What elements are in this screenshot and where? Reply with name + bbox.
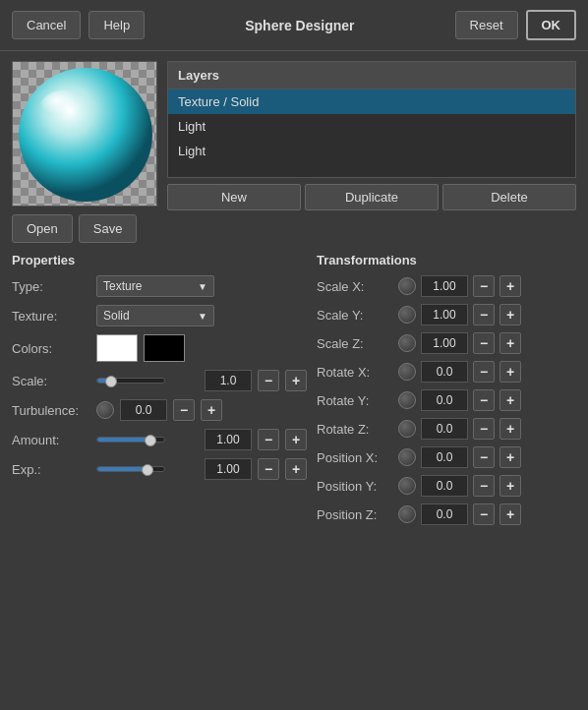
rotate-z-label: Rotate Z: — [317, 422, 393, 437]
rotate-z-input[interactable] — [421, 418, 468, 440]
save-button[interactable]: Save — [79, 214, 138, 243]
amount-slider-thumb[interactable] — [145, 435, 156, 446]
rotate-y-input[interactable] — [421, 389, 468, 411]
rotate-x-dial[interactable] — [398, 363, 416, 381]
position-y-label: Position Y: — [317, 479, 393, 494]
position-z-input[interactable] — [421, 503, 468, 525]
amount-slider-fill — [97, 438, 150, 442]
scale-x-dial[interactable] — [398, 277, 416, 295]
duplicate-layer-button[interactable]: Duplicate — [305, 184, 439, 210]
layers-list: Texture / Solid Light Light — [167, 89, 576, 178]
scale-slider-thumb[interactable] — [105, 376, 117, 387]
amount-minus-button[interactable]: − — [258, 429, 279, 450]
layers-header: Layers — [167, 61, 576, 89]
position-z-row: Position Z: − + — [317, 503, 576, 525]
amount-plus-button[interactable]: + — [285, 429, 307, 450]
layers-section: Layers Texture / Solid Light Light New D… — [167, 61, 576, 243]
turbulence-input[interactable] — [120, 399, 167, 421]
rotate-x-minus[interactable]: − — [473, 361, 495, 383]
color-swatch-black[interactable] — [144, 334, 185, 362]
scale-z-input[interactable] — [421, 332, 468, 354]
scale-y-minus[interactable]: − — [473, 304, 495, 325]
scale-y-plus[interactable]: + — [500, 304, 521, 325]
open-button[interactable]: Open — [12, 214, 73, 243]
position-z-label: Position Z: — [317, 507, 393, 522]
scale-x-input[interactable] — [421, 275, 468, 297]
layer-item[interactable]: Light — [168, 114, 575, 139]
scale-x-plus[interactable]: + — [500, 275, 521, 297]
transformations-title: Transformations — [317, 253, 576, 267]
cancel-button[interactable]: Cancel — [12, 11, 81, 39]
amount-row: Amount: − + — [12, 429, 307, 450]
scale-y-label: Scale Y: — [317, 308, 393, 323]
turbulence-row: Turbulence: − + — [12, 399, 307, 421]
position-y-dial[interactable] — [398, 477, 416, 495]
position-x-minus[interactable]: − — [473, 446, 495, 468]
position-y-minus[interactable]: − — [473, 475, 495, 497]
turbulence-minus-button[interactable]: − — [173, 399, 195, 421]
exp-slider-thumb[interactable] — [142, 464, 153, 476]
reset-button[interactable]: Reset — [455, 11, 518, 39]
position-z-plus[interactable]: + — [500, 503, 521, 525]
position-x-row: Position X: − + — [317, 446, 576, 468]
amount-slider-track[interactable] — [96, 437, 165, 443]
exp-plus-button[interactable]: + — [285, 458, 307, 480]
rotate-z-row: Rotate Z: − + — [317, 418, 576, 440]
scale-y-input[interactable] — [421, 304, 468, 325]
turbulence-label: Turbulence: — [12, 403, 90, 418]
scale-z-plus[interactable]: + — [500, 332, 521, 354]
delete-layer-button[interactable]: Delete — [442, 184, 576, 210]
position-x-dial[interactable] — [398, 448, 416, 466]
scale-x-row: Scale X: − + — [317, 275, 576, 297]
layer-buttons: New Duplicate Delete — [167, 184, 576, 210]
exp-slider-fill — [97, 467, 147, 471]
scale-input[interactable] — [205, 370, 252, 391]
rotate-z-minus[interactable]: − — [473, 418, 495, 440]
layer-item[interactable]: Texture / Solid — [168, 89, 575, 114]
rotate-x-plus[interactable]: + — [500, 361, 521, 383]
scale-plus-button[interactable]: + — [285, 370, 307, 391]
rotate-y-dial[interactable] — [398, 391, 416, 409]
rotate-y-minus[interactable]: − — [473, 389, 495, 411]
position-x-input[interactable] — [421, 446, 468, 468]
preview-buttons: Open Save — [12, 214, 157, 243]
scale-y-dial[interactable] — [398, 306, 416, 324]
position-y-input[interactable] — [421, 475, 468, 497]
scale-minus-button[interactable]: − — [258, 370, 279, 391]
scale-x-label: Scale X: — [317, 279, 393, 294]
help-button[interactable]: Help — [88, 11, 145, 39]
exp-label: Exp.: — [12, 462, 90, 477]
scale-z-dial[interactable] — [398, 334, 416, 352]
rotate-y-plus[interactable]: + — [500, 389, 521, 411]
position-y-plus[interactable]: + — [500, 475, 521, 497]
rotate-x-label: Rotate X: — [317, 365, 393, 380]
scale-x-minus[interactable]: − — [473, 275, 495, 297]
turbulence-dial[interactable] — [96, 401, 114, 419]
preview-section: Open Save — [12, 61, 157, 243]
scale-z-minus[interactable]: − — [473, 332, 495, 354]
svg-point-1 — [39, 89, 94, 129]
position-z-minus[interactable]: − — [473, 503, 495, 525]
color-swatch-white[interactable] — [96, 334, 138, 362]
type-row: Type: Texture ▼ — [12, 275, 307, 297]
amount-input[interactable] — [205, 429, 252, 450]
exp-slider-track[interactable] — [96, 466, 165, 472]
exp-minus-button[interactable]: − — [258, 458, 279, 480]
window-title: Sphere Designer — [152, 18, 446, 33]
rotate-x-input[interactable] — [421, 361, 468, 383]
new-layer-button[interactable]: New — [167, 184, 301, 210]
rotate-z-plus[interactable]: + — [500, 418, 521, 440]
rotate-z-dial[interactable] — [398, 420, 416, 438]
position-x-plus[interactable]: + — [500, 446, 521, 468]
texture-select[interactable]: Solid ▼ — [96, 305, 214, 326]
type-select[interactable]: Texture ▼ — [96, 275, 214, 297]
bottom-section: Properties Type: Texture ▼ Texture: Soli… — [0, 253, 588, 542]
exp-input[interactable] — [205, 458, 252, 480]
layer-item[interactable]: Light — [168, 139, 575, 163]
top-bar: Cancel Help Sphere Designer Reset OK — [0, 0, 588, 51]
ok-button[interactable]: OK — [526, 10, 577, 40]
svg-point-0 — [19, 68, 152, 202]
scale-slider-track[interactable] — [96, 378, 165, 384]
position-z-dial[interactable] — [398, 505, 416, 523]
turbulence-plus-button[interactable]: + — [201, 399, 222, 421]
